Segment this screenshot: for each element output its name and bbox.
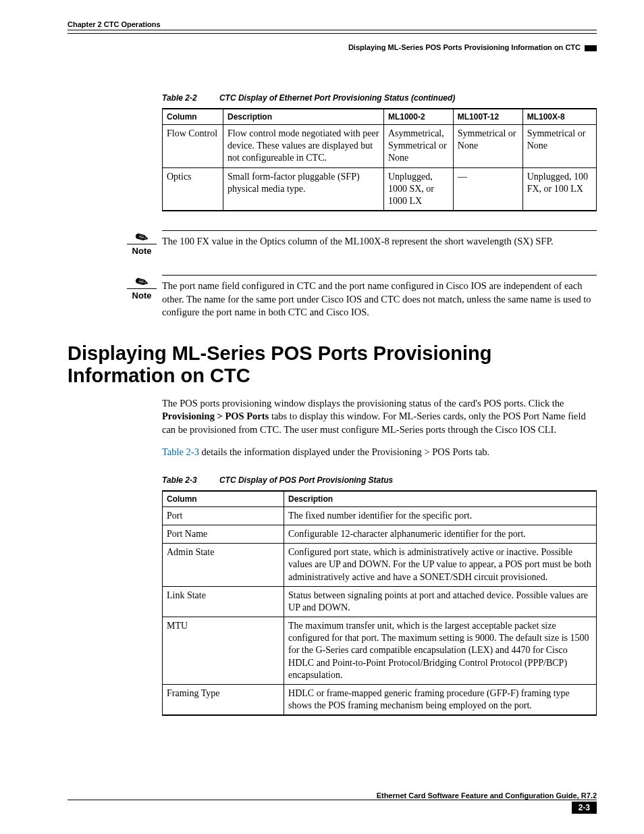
cell: HDLC or frame-mapped generic framing pro…: [284, 685, 597, 716]
header-end-block: [585, 45, 597, 51]
col-header: ML1000-2: [383, 109, 453, 125]
col-header: Description: [223, 109, 384, 125]
footer-guide-title: Ethernet Card Software Feature and Confi…: [377, 791, 597, 800]
table-header-row: Column Description: [163, 491, 597, 507]
table-2-2-caption: Table 2-2 CTC Display of Ethernet Port P…: [162, 93, 597, 103]
section-heading: Displaying ML-Series POS Ports Provision…: [68, 342, 597, 388]
cell: Status between signaling points at port …: [284, 586, 597, 617]
col-header: Column: [163, 109, 223, 125]
note-text: The port name field configured in CTC an…: [162, 275, 597, 319]
section-header-right: Displaying ML-Series POS Ports Provision…: [68, 43, 597, 53]
col-header: Description: [284, 491, 597, 507]
cell: Framing Type: [163, 685, 284, 716]
chapter-header: Chapter 2 CTC Operations: [68, 20, 597, 30]
cell: MTU: [163, 617, 284, 685]
text-bold: Provisioning > POS Ports: [162, 411, 269, 421]
table-row: Port NameConfigurable 12-character alpha…: [163, 525, 597, 543]
page-footer: Ethernet Card Software Feature and Confi…: [68, 790, 597, 814]
cell: —: [453, 167, 522, 211]
cell: Configured port state, which is administ…: [284, 544, 597, 587]
cell: Asymmetrical, Symmetrical or None: [383, 125, 453, 168]
cell: Symmetrical or None: [453, 125, 522, 168]
note-2: ✎ Note The port name field configured in…: [122, 275, 597, 319]
table-number: Table 2-3: [162, 475, 197, 485]
table-2-3: Column Description PortThe fixed number …: [162, 490, 597, 716]
col-header: Column: [163, 491, 284, 507]
table-title: CTC Display of POS Port Provisioning Sta…: [219, 475, 393, 485]
cell: Port Name: [163, 525, 284, 543]
cell: The maximum transfer unit, which is the …: [284, 617, 597, 685]
text: The POS ports provisioning window displa…: [162, 398, 564, 409]
page-number: 2-3: [572, 802, 597, 814]
cell: Optics: [163, 167, 223, 211]
table-row: PortThe fixed number identifier for the …: [163, 506, 597, 525]
cell: Link State: [163, 586, 284, 617]
table-row: Framing TypeHDLC or frame-mapped generic…: [163, 685, 597, 716]
col-header: ML100T-12: [453, 109, 522, 125]
cell: Port: [163, 506, 284, 525]
col-header: ML100X-8: [522, 109, 596, 125]
table-title: CTC Display of Ethernet Port Provisionin…: [219, 93, 455, 103]
table-row: Link StateStatus between signaling point…: [163, 586, 597, 617]
cell: Configurable 12-character alphanumeric i…: [284, 525, 597, 543]
cell: Flow Control: [163, 125, 223, 168]
table-row: Admin StateConfigured port state, which …: [163, 544, 597, 587]
cell: Flow control mode negotiated with peer d…: [223, 125, 384, 168]
cell: Symmetrical or None: [522, 125, 596, 168]
cell: Small form-factor pluggable (SFP) physic…: [223, 167, 384, 211]
note-text: The 100 FX value in the Optics column of…: [162, 230, 597, 249]
note-1: ✎ Note The 100 FX value in the Optics co…: [122, 230, 597, 256]
cell: Unplugged, 1000 SX, or 1000 LX: [383, 167, 453, 211]
table-2-2: Column Description ML1000-2 ML100T-12 ML…: [162, 108, 597, 211]
paragraph-2: Table 2-3 details the information displa…: [162, 446, 597, 459]
text: details the information displayed under …: [199, 446, 489, 457]
table-row: Flow Control Flow control mode negotiate…: [163, 125, 597, 168]
table-header-row: Column Description ML1000-2 ML100T-12 ML…: [163, 109, 597, 125]
cross-ref-link[interactable]: Table 2-3: [162, 446, 199, 457]
cell: The fixed number identifier for the spec…: [284, 506, 597, 525]
table-row: MTUThe maximum transfer unit, which is t…: [163, 617, 597, 685]
table-row: Optics Small form-factor pluggable (SFP)…: [163, 167, 597, 211]
cell: Unplugged, 100 FX, or 100 LX: [522, 167, 596, 211]
paragraph-1: The POS ports provisioning window displa…: [162, 397, 597, 437]
table-number: Table 2-2: [162, 93, 197, 103]
section-header-text: Displaying ML-Series POS Ports Provision…: [348, 43, 581, 51]
table-2-3-caption: Table 2-3 CTC Display of POS Port Provis…: [162, 475, 597, 485]
cell: Admin State: [163, 544, 284, 587]
